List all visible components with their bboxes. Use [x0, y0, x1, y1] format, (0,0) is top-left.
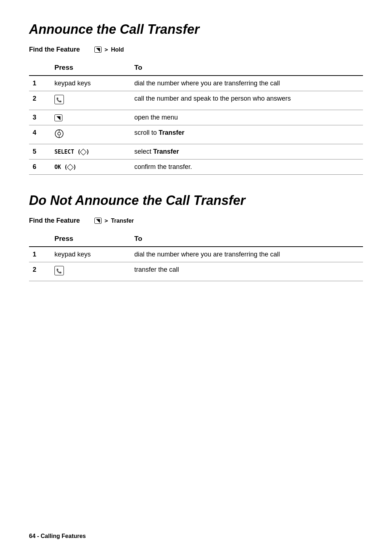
footer-label: - Calling Features [37, 533, 86, 539]
row1-num: 1 [29, 76, 51, 91]
svg-point-2 [58, 132, 61, 135]
row4-press [51, 125, 131, 144]
arrow-symbol: > [105, 46, 108, 53]
section2-find-feature-row: Find the Feature ◥ > Transfer [29, 217, 363, 225]
select-label: SELECT ( [54, 149, 81, 155]
row3-to: open the menu [131, 110, 363, 125]
s2-row2-press: 📞 [51, 262, 131, 281]
row6-to: confirm the transfer. [131, 159, 363, 175]
row3-num: 3 [29, 110, 51, 125]
section1-col-press: Press [51, 61, 131, 76]
section2-col-to: To [131, 232, 363, 247]
section1-find-feature-label: Find the Feature [29, 46, 80, 53]
hold-label: Hold [111, 46, 124, 53]
table-row: 2 📞 call the number and speak to the per… [29, 91, 363, 110]
arrow-symbol-2: > [105, 217, 108, 224]
footer: 64 - Calling Features [29, 533, 86, 539]
svg-text:📞: 📞 [56, 97, 62, 103]
section1-col-to: To [131, 61, 363, 76]
section1-col-num [29, 61, 51, 76]
section2-col-num [29, 232, 51, 247]
row3-press: ◥ [51, 110, 131, 125]
section1-table-header: Press To [29, 61, 363, 76]
section2-title: Do Not Announce the Call Transfer [29, 193, 363, 208]
row1-to: dial the number where you are transferri… [131, 76, 363, 91]
s2-row2-num: 2 [29, 262, 51, 281]
scroll-wheel-icon [54, 129, 64, 138]
svg-text:📞: 📞 [56, 268, 62, 274]
row6-num: 6 [29, 159, 51, 175]
row5-to: select Transfer [131, 144, 363, 159]
table-row: 1 keypad keys dial the number where you … [29, 76, 363, 91]
transfer-label: Transfer [111, 218, 134, 224]
page-number: 64 [29, 533, 36, 539]
transfer-bold-2: Transfer [153, 148, 179, 155]
section2-table-header: Press To [29, 232, 363, 247]
s2-row1-press: keypad keys [51, 247, 131, 262]
section1-table: Press To 1 keypad keys dial the number w… [29, 61, 363, 175]
section2-find-feature-label: Find the Feature [29, 217, 80, 225]
s2-row1-to: dial the number where you are transferri… [131, 247, 363, 262]
row4-num: 4 [29, 125, 51, 144]
row4-to: scroll to Transfer [131, 125, 363, 144]
section2-col-press: Press [51, 232, 131, 247]
table-row: 1 keypad keys dial the number where you … [29, 247, 363, 262]
row5-press: SELECT () [51, 144, 131, 159]
row6-press: OK () [51, 159, 131, 175]
row1-press: keypad keys [51, 76, 131, 91]
table-row: 2 📞 transfer the call [29, 262, 363, 281]
table-row: 6 OK () confirm the transfer. [29, 159, 363, 175]
section2-table: Press To 1 keypad keys dial the number w… [29, 232, 363, 281]
section2-container: Do Not Announce the Call Transfer Find t… [29, 193, 363, 281]
section1-find-feature-value: ◥ > Hold [94, 46, 124, 53]
row2-to: call the number and speak to the person … [131, 91, 363, 110]
s2-row1-num: 1 [29, 247, 51, 262]
section1-title: Announce the Call Transfer [29, 22, 363, 37]
menu-icon-transfer: ◥ [94, 218, 102, 224]
section1-find-feature-row: Find the Feature ◥ > Hold [29, 46, 363, 53]
table-row: 4 scroll to Transfer [29, 125, 363, 144]
ok-label: OK ( [54, 164, 68, 170]
table-row: 5 SELECT () select Transfer [29, 144, 363, 159]
table-row: 3 ◥ open the menu [29, 110, 363, 125]
row2-press: 📞 [51, 91, 131, 110]
row2-num: 2 [29, 91, 51, 110]
section2-find-feature-value: ◥ > Transfer [94, 217, 134, 224]
menu-icon-hold: ◥ [94, 46, 102, 53]
handset-icon-2: 📞 [54, 266, 64, 275]
row5-num: 5 [29, 144, 51, 159]
menu-nav-icon: ◥ [54, 114, 62, 121]
handset-icon: 📞 [54, 95, 64, 104]
s2-row2-to: transfer the call [131, 262, 363, 281]
transfer-bold-1: Transfer [159, 129, 184, 136]
